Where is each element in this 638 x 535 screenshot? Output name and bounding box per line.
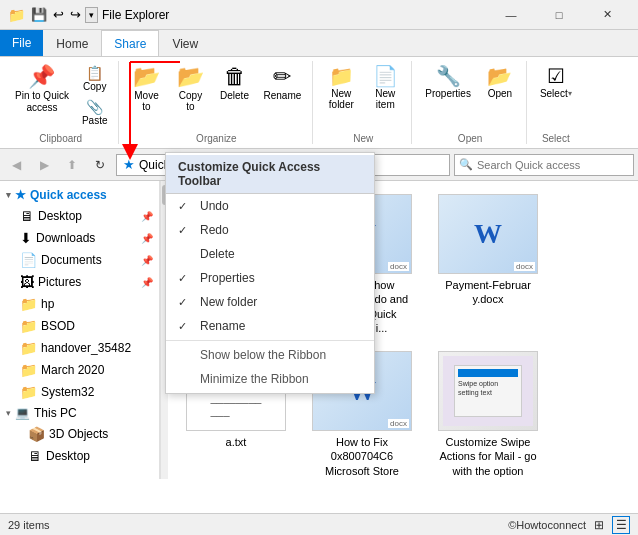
system32-label: System32 [41,385,94,399]
tab-file[interactable]: File [0,30,43,56]
select-arrow-icon: ▾ [568,89,572,98]
tab-share[interactable]: Share [101,30,159,56]
open-button[interactable]: 📂 Open [480,63,520,102]
pin-to-quick-access-button[interactable]: 📌 Pin to Quickaccess [10,63,74,117]
handover-icon: 📁 [20,340,37,356]
file-name: Payment-Februar y.docx [438,278,538,307]
check-icon: ✓ [178,200,192,213]
forward-button[interactable]: ▶ [32,153,56,177]
nav-item-downloads[interactable]: ⬇ Downloads 📌 [0,227,159,249]
properties-button[interactable]: 🔧 Properties [420,63,476,102]
dropdown-item-redo[interactable]: ✓ Redo [166,218,374,242]
large-icons-view-button[interactable]: ⊞ [590,516,608,534]
quick-access-header[interactable]: ▾ ★ Quick access [0,185,159,205]
status-bar: 29 items ©Howtoconnect ⊞ ☰ [0,513,638,535]
nav-item-documents[interactable]: 📄 Documents 📌 [0,249,159,271]
desktop-icon: 🖥 [20,208,34,224]
this-pc-header[interactable]: ▾ 💻 This PC [0,403,159,423]
paste-label: Paste [82,115,108,126]
back-button[interactable]: ◀ [4,153,28,177]
dropdown-item-minimize-ribbon[interactable]: Minimize the Ribbon [166,367,374,391]
hp-label: hp [41,297,54,311]
nav-pane-container: ▾ ★ Quick access 🖥 Desktop 📌 ⬇ Downloads… [0,181,168,479]
file-item[interactable]: W docx Payment-Februar y.docx [428,189,548,340]
check-icon: ✓ [178,224,192,237]
up-button[interactable]: ⬆ [60,153,84,177]
copy-icon: 📋 [86,66,103,80]
delete-button[interactable]: 🗑 Delete [215,63,255,104]
refresh-button[interactable]: ↻ [88,153,112,177]
tab-view[interactable]: View [159,30,211,56]
tab-home[interactable]: Home [43,30,101,56]
qa-dropdown-btn[interactable]: ▾ [85,7,98,23]
dropdown-menu: Customize Quick Access Toolbar ✓ Undo ✓ … [165,152,375,394]
pin-label: Pin to Quickaccess [15,90,69,114]
nav-item-hp[interactable]: 📁 hp [0,293,159,315]
ribbon: File Home Share View 📌 Pin to Quickacces… [0,30,638,149]
copyto-icon: 📂 [177,66,204,88]
move-to-button[interactable]: 📂 Moveto [127,63,167,115]
details-view-button[interactable]: ☰ [612,516,630,534]
properties-icon: 🔧 [436,66,461,86]
quick-access-label: Quick access [30,188,107,202]
qa-redo-icon[interactable]: ↪ [68,7,83,22]
new-item-icon: 📄 [373,66,398,86]
title-bar-controls: — □ ✕ [488,0,630,30]
check-icon: ✓ [178,272,192,285]
nav-item-pictures[interactable]: 🖼 Pictures 📌 [0,271,159,293]
nav-item-system32[interactable]: 📁 System32 [0,381,159,403]
search-input[interactable] [477,159,629,171]
status-right: ©Howtoconnect ⊞ ☰ [508,516,630,534]
new-label: New [353,131,373,144]
ribbon-group-open: 🔧 Properties 📂 Open Open [414,61,527,144]
dropdown-item-undo[interactable]: ✓ Undo [166,194,374,218]
open-icon: 📂 [487,66,512,86]
rename-button[interactable]: ✏ Rename [259,63,307,104]
dropdown-item-new-folder[interactable]: ✓ New folder [166,290,374,314]
qa-save-icon[interactable]: 💾 [29,7,49,22]
new-folder-label: New folder [200,295,257,309]
ribbon-tabs: File Home Share View [0,30,638,56]
paste-button[interactable]: 📎 Paste [78,97,112,129]
select-all-button[interactable]: ☑ Select ▾ [535,63,577,102]
nav-item-desktop[interactable]: 🖥 Desktop 📌 [0,205,159,227]
pictures-icon: 🖼 [20,274,34,290]
new-item-button[interactable]: 📄 Newitem [365,63,405,113]
nav-item-3d-objects[interactable]: 📦 3D Objects [0,423,159,445]
properties-label: Properties [200,271,255,285]
search-box[interactable]: 🔍 [454,154,634,176]
copy-label: Copy [83,81,106,92]
file-item[interactable]: Swipe option setting text Customize Swip… [428,346,548,479]
minimize-ribbon-label: Minimize the Ribbon [200,372,309,386]
pin-icon: 📌 [28,66,55,88]
undo-label: Undo [200,199,229,213]
dropdown-item-delete[interactable]: Delete [166,242,374,266]
nav-item-pc-desktop[interactable]: 🖥 Desktop [0,445,159,467]
qa-undo-icon[interactable]: ↩ [51,7,66,22]
close-button[interactable]: ✕ [584,0,630,30]
file-name: How to Fix 0x800704C6 Microsoft Store Er… [312,435,412,479]
dropdown-item-show-below[interactable]: Show below the Ribbon [166,343,374,367]
nav-item-march[interactable]: 📁 March 2020 [0,359,159,381]
maximize-button[interactable]: □ [536,0,582,30]
expand-arrow-icon: ▾ [6,190,11,200]
check-icon: ✓ [178,296,192,309]
march-label: March 2020 [41,363,104,377]
folder-icon: 📁 [8,7,25,23]
ribbon-group-clipboard: 📌 Pin to Quickaccess 📋 Copy 📎 Paste Clip… [4,61,119,144]
bsod-icon: 📁 [20,318,37,334]
nav-item-bsod[interactable]: 📁 BSOD [0,315,159,337]
ribbon-content: 📌 Pin to Quickaccess 📋 Copy 📎 Paste Clip… [0,56,638,148]
this-pc-label: This PC [34,406,77,420]
dropdown-item-rename[interactable]: ✓ Rename [166,314,374,338]
minimize-button[interactable]: — [488,0,534,30]
dropdown-item-properties[interactable]: ✓ Properties [166,266,374,290]
computer-icon: 💻 [15,406,30,420]
new-folder-button[interactable]: 📁 Newfolder [321,63,361,113]
copy-to-button[interactable]: 📂 Copyto [171,63,211,115]
copyright-text: ©Howtoconnect [508,519,586,531]
rename-label: Rename [200,319,245,333]
nav-item-handover[interactable]: 📁 handover_35482 [0,337,159,359]
redo-label: Redo [200,223,229,237]
copy-button[interactable]: 📋 Copy [78,63,112,95]
